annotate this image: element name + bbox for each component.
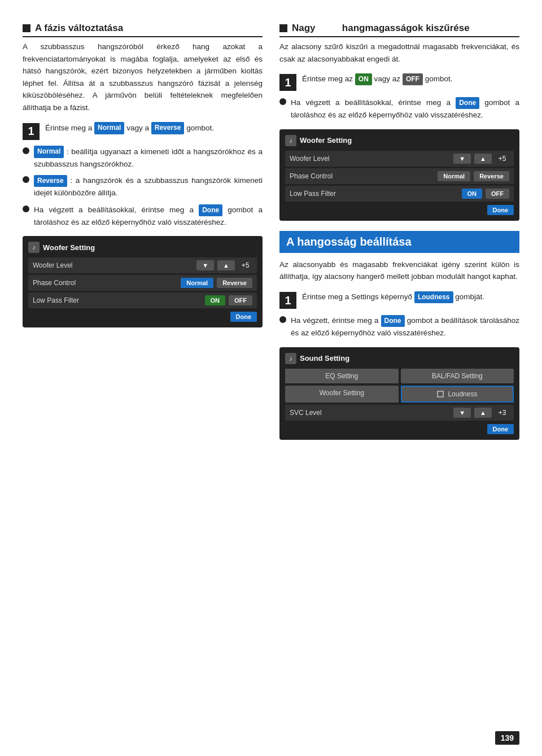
sound-buttons-grid-2: Woofer Setting Loudness xyxy=(285,386,514,403)
low-pass-row-2: Low Pass Filter ON OFF xyxy=(285,186,514,202)
panel2-title: Woofer Setting xyxy=(300,136,352,145)
loudness-section-heading: A hangosság beállítása xyxy=(279,231,519,253)
woofer-level-label: Woofer Level xyxy=(33,261,84,269)
left-column: A fázis változtatása A szubbasszus hangs… xyxy=(23,23,263,722)
left-intro-text: A szubbasszus hangszóróból érkező hang a… xyxy=(23,41,263,114)
right-bullet2: Ha végzett, érintse meg a Done gombot a … xyxy=(279,314,519,339)
right-section-title: Nagy hangmagasságok kiszűrése xyxy=(292,23,470,34)
low-pass-label: Low Pass Filter xyxy=(33,296,84,304)
low-pass-off-btn[interactable]: OFF xyxy=(229,295,252,305)
woofer-level-controls-2: ▼ ▲ +5 xyxy=(453,154,509,164)
done-label: Done xyxy=(456,97,479,109)
reverse-inline-label: Reverse xyxy=(34,175,67,187)
reverse-button-label[interactable]: Reverse xyxy=(151,122,185,134)
woofer-value-2: +5 xyxy=(495,155,509,163)
loudness-button-label[interactable]: Loudness xyxy=(414,291,453,303)
page: A fázis változtatása A szubbasszus hangs… xyxy=(0,0,542,756)
loudness-setting-btn: Loudness xyxy=(401,386,514,403)
svc-up-btn[interactable]: ▲ xyxy=(474,408,492,418)
phase-control-controls: Normal Reverse xyxy=(181,278,252,288)
woofer-panel-left: ♪ Woofer Setting Woofer Level ▼ ▲ +5 Pha… xyxy=(23,236,263,327)
woofer-level-row-2: Woofer Level ▼ ▲ +5 xyxy=(285,151,514,167)
right-step1: 1 Érintse meg az ON vagy az OFF gombot. xyxy=(279,73,519,91)
step1-mid: vagy a xyxy=(126,124,149,132)
left-bullet3: Ha végzett a beállításokkal, érintse meg… xyxy=(23,204,263,229)
low-pass-on-btn[interactable]: ON xyxy=(205,295,226,305)
normal-button-label[interactable]: Normal xyxy=(94,122,124,134)
up-arrow-btn-2[interactable]: ▲ xyxy=(474,154,492,164)
done-inline-label: Done xyxy=(199,204,222,216)
right-step2: 1 Érintse meg a Settings képernyő Loudne… xyxy=(279,291,519,309)
left-section-title: A fázis változtatása xyxy=(35,23,123,34)
loudness-intro-text: Az alacsonyabb és magasabb frekvenciákat… xyxy=(279,259,519,283)
woofer-panel-right: ♪ Woofer Setting Woofer Level ▼ ▲ +5 Pha… xyxy=(279,129,519,221)
left-bullet3-text: Ha végzett a beállításokkal, érintse meg… xyxy=(34,204,263,229)
svc-down-btn[interactable]: ▼ xyxy=(453,408,471,418)
done-button-2[interactable]: Done xyxy=(487,205,514,215)
low-pass-filter-row: Low Pass Filter ON OFF xyxy=(28,292,257,308)
eq-setting-btn[interactable]: EQ Setting xyxy=(285,369,399,383)
phase-normal-btn-2[interactable]: Normal xyxy=(438,171,470,181)
right-column: Nagy hangmagasságok kiszűrése Az alacson… xyxy=(279,23,519,722)
sound-panel-title: Sound Setting xyxy=(300,354,349,362)
step-number-1: 1 xyxy=(23,123,40,140)
svc-controls: ▼ ▲ +3 xyxy=(453,408,509,418)
svc-label: SVC Level xyxy=(290,409,322,417)
left-step1: 1 Érintse meg a Normal vagy a Reverse go… xyxy=(23,122,263,140)
right-step-number-2: 1 xyxy=(279,292,296,309)
sound-done-button[interactable]: Done xyxy=(487,424,514,434)
woofer-level-controls: ▼ ▲ +5 xyxy=(196,260,252,270)
left-section-heading: A fázis változtatása xyxy=(23,23,263,37)
phase-reverse-btn[interactable]: Reverse xyxy=(217,278,252,288)
woofer-setting-btn[interactable]: Woofer Setting xyxy=(285,386,399,403)
right-section-heading: Nagy hangmagasságok kiszűrése xyxy=(279,23,519,37)
right-step-number-1: 1 xyxy=(279,74,296,91)
down-arrow-btn[interactable]: ▼ xyxy=(196,260,214,270)
done-button[interactable]: Done xyxy=(230,312,257,322)
page-number: 139 xyxy=(495,731,519,745)
normal-inline-label: Normal xyxy=(34,146,64,158)
sound-panel-footer: Done xyxy=(285,424,514,434)
phase-label-2: Phase Control xyxy=(290,172,340,180)
loudness-section-title: A hangosság beállítása xyxy=(286,235,513,248)
right-step2-text: Érintse meg a Settings képernyő Loudness… xyxy=(302,291,519,303)
heading-square-icon xyxy=(23,24,30,32)
phase-control-row-2: Phase Control Normal Reverse xyxy=(285,168,514,184)
low-pass-on-btn-2[interactable]: ON xyxy=(462,189,483,199)
low-pass-controls-2: ON OFF xyxy=(462,189,510,199)
on-button-label[interactable]: ON xyxy=(355,73,372,85)
sound-panel-header: ♪ Sound Setting xyxy=(285,353,514,364)
sound-panel: ♪ Sound Setting EQ Setting BAL/FAD Setti… xyxy=(279,347,519,440)
left-bullet2: Reverse : a hangszórók és a szubbasszus … xyxy=(23,174,263,199)
bullet-icon xyxy=(23,147,29,154)
sound-buttons-grid: EQ Setting BAL/FAD Setting xyxy=(285,369,514,383)
phase-control-label: Phase Control xyxy=(33,279,84,287)
balfad-setting-btn[interactable]: BAL/FAD Setting xyxy=(401,369,514,383)
up-arrow-btn[interactable]: ▲ xyxy=(217,260,235,270)
down-arrow-btn-2[interactable]: ▼ xyxy=(453,154,471,164)
left-bullet1-text: Normal : beállítja ugyanazt a kimeneti i… xyxy=(34,146,263,171)
woofer-level-row: Woofer Level ▼ ▲ +5 xyxy=(28,257,257,273)
bullet-icon xyxy=(279,98,286,105)
bullet-icon xyxy=(23,206,29,212)
step1-end: gombot. xyxy=(186,124,214,132)
panel-title: Woofer Setting xyxy=(43,243,95,252)
low-pass-off-btn-2[interactable]: OFF xyxy=(486,189,509,199)
left-bullet1: Normal : beállítja ugyanazt a kimeneti i… xyxy=(23,146,263,171)
phase-reverse-btn-2[interactable]: Reverse xyxy=(474,171,509,181)
right-bullet1: Ha végzett a beállításokkal, érintse meg… xyxy=(279,97,519,121)
phase-normal-btn[interactable]: Normal xyxy=(181,278,213,288)
done-label-2: Done xyxy=(381,315,405,327)
woofer-level-label-2: Woofer Level xyxy=(290,155,340,163)
low-pass-controls: ON OFF xyxy=(205,295,253,305)
svc-value: +3 xyxy=(495,409,509,417)
music-note-icon: ♪ xyxy=(28,242,40,253)
step1-prefix: Érintse meg a xyxy=(45,124,92,132)
music-note-icon-3: ♪ xyxy=(285,353,296,364)
panel-footer: Done xyxy=(28,312,257,322)
music-note-icon-2: ♪ xyxy=(285,135,296,146)
right-bullet1-text: Ha végzett a beállításokkal, érintse meg… xyxy=(291,97,519,121)
panel-header: ♪ Woofer Setting xyxy=(28,242,257,253)
low-pass-label-2: Low Pass Filter xyxy=(290,190,340,198)
off-button-label[interactable]: OFF xyxy=(403,73,423,85)
